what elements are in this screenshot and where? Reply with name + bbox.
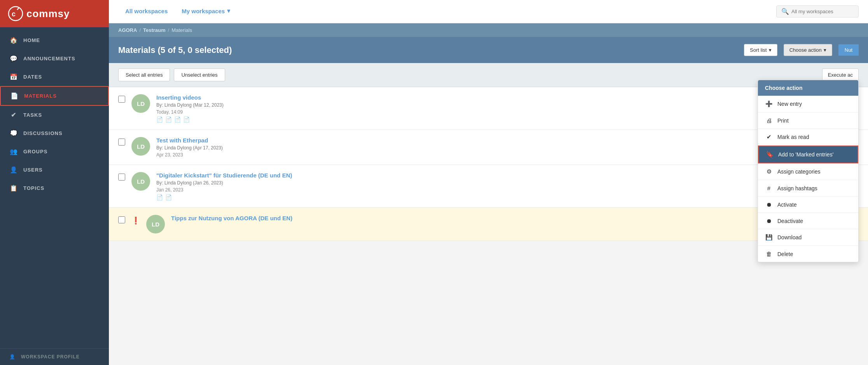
- entry-checkbox[interactable]: [118, 96, 125, 103]
- dropdown-item-label: Assign hashtags: [777, 185, 817, 191]
- action-bar: Select all entries Unselect entries Exec…: [109, 63, 868, 87]
- sidebar-nav: 🏠HOME💬ANNOUNCEMENTS📅DATES📄MATERIALS✔TASK…: [0, 27, 109, 348]
- svg-text:c: c: [12, 10, 16, 18]
- entry-info: Test with Etherpad By: Linda Dylong (Apr…: [156, 137, 859, 158]
- dropdown-item-new-entry[interactable]: ➕ New entry: [758, 96, 858, 112]
- unselect-button[interactable]: Unselect entries: [174, 68, 225, 81]
- breadcrumb-materials: Materials: [172, 27, 192, 33]
- my-workspaces-label: My workspaces: [182, 8, 225, 14]
- entry-title[interactable]: Inserting videos: [156, 94, 201, 101]
- groups-icon: 👥: [9, 148, 18, 155]
- dropdown-item-assign-categories[interactable]: ⚙ Assign categories: [758, 163, 858, 180]
- sidebar-item-dates[interactable]: 📅DATES: [0, 68, 109, 86]
- chevron-down-icon: ▾: [227, 7, 230, 14]
- entry-checkbox[interactable]: [118, 139, 125, 146]
- dropdown-item-mark-as-read[interactable]: ✔ Mark as read: [758, 129, 858, 146]
- sidebar-item-announcements[interactable]: 💬ANNOUNCEMENTS: [0, 49, 109, 68]
- sidebar-workspace-profile[interactable]: 👤 WORKSPACE PROFILE: [0, 348, 109, 365]
- breadcrumb: AGORA / Testraum / Materials: [109, 23, 868, 37]
- dropdown-item-download[interactable]: 💾 Download: [758, 229, 858, 246]
- sidebar-item-discussions[interactable]: 💭DISCUSSIONS: [0, 124, 109, 142]
- sidebar-item-materials[interactable]: 📄MATERIALS: [0, 86, 109, 106]
- table-row: ❗ LD Tipps zur Nutzung von AGORA (DE und…: [109, 208, 868, 241]
- sidebar-item-label: ANNOUNCEMENTS: [23, 56, 75, 61]
- choose-action-button[interactable]: Choose action ▾: [784, 44, 832, 56]
- sidebar-item-label: DISCUSSIONS: [23, 130, 63, 136]
- table-row: LD Inserting videos By: Linda Dylong (Ma…: [109, 87, 868, 130]
- breadcrumb-agora[interactable]: AGORA: [118, 27, 137, 33]
- sidebar-item-label: GROUPS: [23, 149, 47, 154]
- dropdown-item-assign-hashtags[interactable]: # Assign hashtags: [758, 180, 858, 197]
- discussions-icon: 💭: [9, 130, 18, 137]
- entry-title[interactable]: Test with Etherpad: [156, 137, 208, 144]
- sidebar-item-topics[interactable]: 📋TOPICS: [0, 179, 109, 197]
- dropdown-header: Choose action: [758, 80, 858, 96]
- entry-meta: By: Linda Dylong (Jan 26, 2023): [156, 180, 859, 186]
- tasks-icon: ✔: [9, 111, 18, 119]
- file-icon: 📄: [174, 116, 181, 123]
- search-icon: 🔍: [781, 8, 789, 15]
- assign-hashtags-icon: #: [765, 185, 773, 191]
- entry-info: Tipps zur Nutzung von AGORA (DE und EN): [171, 215, 859, 222]
- home-icon: 🏠: [9, 37, 18, 44]
- entry-date: Jan 26, 2023: [156, 187, 859, 193]
- dropdown-item-delete[interactable]: 🗑 Delete: [758, 246, 858, 262]
- nav-my-workspaces[interactable]: My workspaces ▾: [175, 0, 237, 23]
- file-icon: 📄: [156, 116, 163, 123]
- nut-button[interactable]: Nut: [838, 44, 859, 56]
- sidebar-item-home[interactable]: 🏠HOME: [0, 31, 109, 49]
- entry-date: Today, 14:09: [156, 109, 859, 115]
- sidebar-item-users[interactable]: 👤USERS: [0, 161, 109, 179]
- users-icon: 👤: [9, 166, 18, 174]
- assign-categories-icon: ⚙: [765, 168, 773, 175]
- mark-as-read-icon: ✔: [765, 133, 773, 140]
- avatar: LD: [131, 94, 150, 113]
- sidebar-item-groups[interactable]: 👥GROUPS: [0, 142, 109, 161]
- file-icon: 📄: [165, 116, 172, 123]
- file-icon: 📄: [183, 116, 190, 123]
- table-row: LD "Digitaler Kickstart" für Studierende…: [109, 165, 868, 208]
- sidebar-item-label: TASKS: [23, 112, 42, 118]
- entry-checkbox[interactable]: [118, 216, 125, 223]
- sidebar-item-label: DATES: [23, 74, 42, 80]
- entry-info: "Digitaler Kickstart" für Studierende (D…: [156, 172, 859, 200]
- avatar: LD: [131, 172, 150, 191]
- topics-icon: 📋: [9, 184, 18, 192]
- entry-title[interactable]: Tipps zur Nutzung von AGORA (DE und EN): [171, 215, 292, 221]
- svg-line-2: [17, 7, 19, 10]
- dropdown-item-print[interactable]: 🖨 Print: [758, 112, 858, 129]
- table-row: LD Test with Etherpad By: Linda Dylong (…: [109, 130, 868, 165]
- logo-text: commsy: [26, 8, 70, 20]
- sidebar-item-label: USERS: [23, 167, 43, 173]
- nav-all-workspaces[interactable]: All workspaces: [118, 0, 175, 23]
- dropdown-item-label: Delete: [777, 251, 793, 257]
- dropdown-item-label: Activate: [777, 202, 797, 208]
- logo-area: c commsy: [0, 0, 109, 27]
- top-search[interactable]: 🔍: [776, 5, 859, 18]
- file-icons: 📄📄: [156, 194, 859, 200]
- entry-meta: By: Linda Dylong (Mar 12, 2023): [156, 102, 859, 108]
- entry-checkbox[interactable]: [118, 174, 125, 181]
- search-input[interactable]: [791, 9, 854, 14]
- dropdown-item-label: Print: [777, 118, 789, 124]
- dropdown-item-label: Add to 'Marked entries': [778, 151, 833, 158]
- dropdown-item-label: Mark as read: [777, 134, 809, 140]
- deactivate-icon: ⏺: [765, 218, 773, 224]
- warning-icon: ❗: [131, 216, 140, 225]
- select-all-button[interactable]: Select all entries: [118, 68, 170, 81]
- sidebar-item-tasks[interactable]: ✔TASKS: [0, 106, 109, 124]
- file-icons: 📄📄📄📄: [156, 116, 859, 123]
- breadcrumb-sep-2: /: [168, 27, 170, 33]
- dates-icon: 📅: [9, 73, 18, 81]
- breadcrumb-testraum[interactable]: Testraum: [143, 27, 166, 33]
- dropdown-item-deactivate[interactable]: ⏺ Deactivate: [758, 213, 858, 229]
- announcements-icon: 💬: [9, 55, 18, 62]
- content-area: Materials (5 of 5, 0 selected) Sort list…: [109, 37, 868, 365]
- sort-list-button[interactable]: Sort list ▾: [744, 44, 777, 56]
- dropdown-item-add-to-marked[interactable]: 🔖 Add to 'Marked entries': [758, 146, 858, 163]
- print-icon: 🖨: [765, 117, 773, 124]
- entry-title[interactable]: "Digitaler Kickstart" für Studierende (D…: [156, 172, 292, 179]
- sidebar-item-label: MATERIALS: [24, 93, 57, 99]
- entry-info: Inserting videos By: Linda Dylong (Mar 1…: [156, 94, 859, 123]
- dropdown-item-activate[interactable]: ⏺ Activate: [758, 197, 858, 213]
